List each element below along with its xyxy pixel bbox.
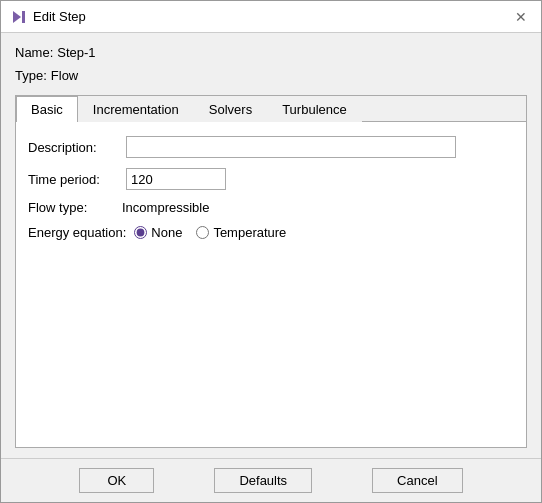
type-value: Flow	[51, 68, 78, 83]
type-row: Type: Flow	[15, 66, 527, 85]
name-row: Name: Step-1	[15, 43, 527, 62]
title-bar: Edit Step ✕	[1, 1, 541, 33]
description-label: Description:	[28, 140, 118, 155]
energy-temperature-radio[interactable]	[196, 226, 209, 239]
tab-incrementation[interactable]: Incrementation	[78, 96, 194, 122]
energy-equation-row: Energy equation: None Temperature	[28, 225, 514, 240]
dialog-body: Name: Step-1 Type: Flow Basic Incrementa…	[1, 33, 541, 458]
svg-marker-0	[13, 11, 21, 23]
flow-type-value: Incompressible	[122, 200, 209, 215]
svg-rect-1	[22, 11, 25, 23]
time-period-row: Time period:	[28, 168, 514, 190]
close-button[interactable]: ✕	[511, 7, 531, 27]
description-input[interactable]	[126, 136, 456, 158]
time-period-label: Time period:	[28, 172, 118, 187]
flow-type-label: Flow type:	[28, 200, 118, 215]
cancel-button[interactable]: Cancel	[372, 468, 462, 493]
dialog-footer: OK Defaults Cancel	[1, 458, 541, 502]
dialog-title: Edit Step	[33, 9, 86, 24]
tab-header: Basic Incrementation Solvers Turbulence	[16, 96, 526, 122]
name-label: Name:	[15, 45, 53, 60]
time-period-input[interactable]	[126, 168, 226, 190]
edit-step-dialog: Edit Step ✕ Name: Step-1 Type: Flow Basi…	[0, 0, 542, 503]
type-label: Type:	[15, 68, 47, 83]
energy-none-label: None	[151, 225, 182, 240]
energy-equation-label: Energy equation:	[28, 225, 126, 240]
energy-none-radio[interactable]	[134, 226, 147, 239]
step-icon	[11, 9, 27, 25]
description-row: Description:	[28, 136, 514, 158]
title-bar-left: Edit Step	[11, 9, 86, 25]
tabs-container: Basic Incrementation Solvers Turbulence …	[15, 95, 527, 448]
tab-solvers[interactable]: Solvers	[194, 96, 267, 122]
energy-temperature-option[interactable]: Temperature	[196, 225, 286, 240]
tab-basic[interactable]: Basic	[16, 96, 78, 122]
energy-none-option[interactable]: None	[134, 225, 182, 240]
tab-content-basic: Description: Time period: Flow type: Inc…	[16, 122, 526, 447]
energy-radio-group: None Temperature	[134, 225, 286, 240]
ok-button[interactable]: OK	[79, 468, 154, 493]
flow-type-row: Flow type: Incompressible	[28, 200, 514, 215]
name-value: Step-1	[57, 45, 95, 60]
tab-turbulence[interactable]: Turbulence	[267, 96, 362, 122]
energy-temperature-label: Temperature	[213, 225, 286, 240]
defaults-button[interactable]: Defaults	[214, 468, 312, 493]
